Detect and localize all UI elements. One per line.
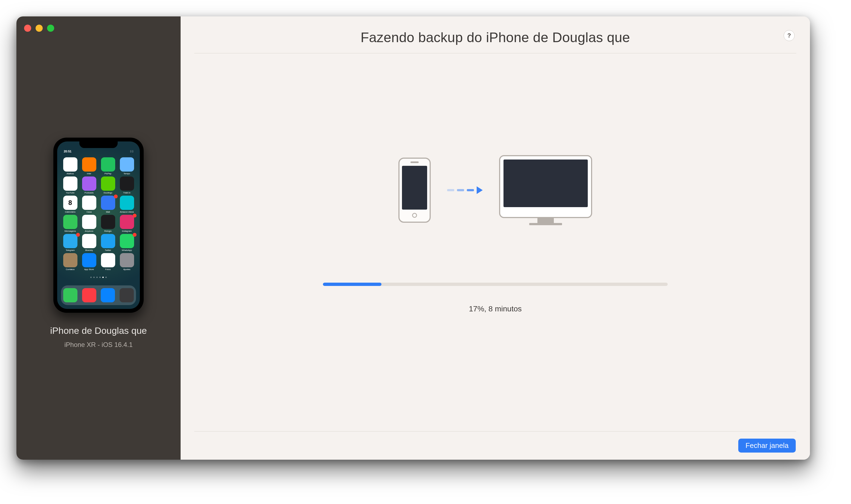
app-icon (101, 253, 115, 267)
app-icon (82, 157, 96, 172)
home-app: Ajustes (118, 253, 135, 271)
app-label: Instagram (122, 230, 132, 232)
dock-app-icon (120, 288, 134, 302)
app-label: Trakt.tv (123, 192, 130, 194)
home-app: Duolingo (99, 177, 116, 194)
home-app: Inter (80, 157, 98, 175)
home-app: Twitter (99, 234, 116, 251)
app-icon (82, 234, 96, 248)
help-button[interactable]: ? (784, 30, 795, 41)
page-dots (61, 277, 136, 278)
app-icon (120, 253, 134, 267)
arrow-icon (447, 186, 483, 194)
progress-bar (323, 283, 668, 286)
notification-badge-icon (76, 233, 80, 237)
home-app: 8Calendário (61, 196, 79, 213)
app-icon (63, 215, 77, 229)
app-label: Casa (87, 211, 92, 213)
dock-app-icon (82, 288, 96, 302)
app-label: Duolingo (104, 192, 112, 194)
home-app: Casa (80, 196, 98, 213)
dock-app-icon (101, 288, 115, 302)
app-label: Relógio (104, 230, 112, 232)
app-icon (101, 234, 115, 248)
app-icon (120, 215, 134, 229)
app-icon (120, 157, 134, 172)
app-label: Tempo (123, 173, 130, 175)
home-app: Bluesky (80, 234, 98, 251)
progress-label: 17%, 8 minutos (469, 305, 522, 313)
app-icon (101, 215, 115, 229)
device-name: iPhone de Douglas que (50, 325, 147, 336)
app-label: Twitter (105, 249, 111, 251)
app-label: Podcasts (85, 192, 94, 194)
home-app: WhatsApp (118, 234, 135, 251)
device-preview: 20:51 􀙇 􀛨 AtalhosInterPicPayTempoYouTube… (16, 26, 181, 460)
app-icon (120, 177, 134, 191)
status-time: 20:51 (64, 150, 71, 153)
home-app: Tempo (118, 157, 135, 175)
home-app: Contatos (61, 253, 79, 271)
status-indicators: 􀙇 􀛨 (130, 150, 133, 153)
home-app: Amazon Alexa (118, 196, 135, 213)
home-app: Atalhos (61, 157, 79, 175)
app-icon: 8 (63, 196, 77, 210)
app-grid: AtalhosInterPicPayTempoYouTubePodcastsDu… (61, 156, 136, 272)
footer: Fechar janela (194, 432, 796, 460)
header: Fazendo backup do iPhone de Douglas que … (194, 16, 796, 53)
notification-badge-icon (133, 214, 137, 217)
app-icon (82, 253, 96, 267)
app-label: App Store (84, 268, 94, 271)
main-panel: Fazendo backup do iPhone de Douglas que … (181, 16, 810, 460)
app-label: Arquivos (85, 230, 93, 232)
app-icon (120, 196, 134, 210)
notification-badge-icon (133, 233, 137, 237)
app-label: Atalhos (67, 173, 74, 175)
home-app: Trakt.tv (118, 177, 135, 194)
app-label: Mail (106, 211, 110, 213)
home-app: Podcasts (80, 177, 98, 194)
phone-screen: 20:51 􀙇 􀛨 AtalhosInterPicPayTempoYouTube… (57, 142, 140, 309)
app-label: Telegram (66, 249, 75, 251)
home-app: Mail (99, 196, 116, 213)
app-icon (82, 215, 96, 229)
home-app: Fotos (99, 253, 116, 271)
home-app: Instagram (118, 215, 135, 232)
app-label: Fotos (105, 268, 111, 271)
dock-app-icon (63, 288, 77, 302)
app-icon (63, 157, 77, 172)
app-label: Contatos (66, 268, 74, 271)
computer-icon (499, 155, 592, 225)
help-icon: ? (787, 32, 791, 39)
content: 17%, 8 minutos (194, 53, 796, 431)
sidebar: 20:51 􀙇 􀛨 AtalhosInterPicPayTempoYouTube… (16, 16, 181, 460)
home-app: YouTube (61, 177, 79, 194)
home-app: App Store (80, 253, 98, 271)
app-label: YouTube (66, 192, 74, 194)
phone-notch (79, 142, 117, 148)
app-window: 20:51 􀙇 􀛨 AtalhosInterPicPayTempoYouTube… (16, 16, 810, 460)
notification-badge-icon (114, 195, 117, 198)
device-model: iPhone XR - iOS 16.4.1 (64, 341, 132, 348)
home-app: Arquivos (80, 215, 98, 232)
app-icon (101, 196, 115, 210)
app-icon (101, 157, 115, 172)
backup-illustration (398, 155, 592, 225)
page-title: Fazendo backup do iPhone de Douglas que (361, 30, 630, 46)
app-icon (82, 196, 96, 210)
app-label: Mensagens (65, 230, 76, 232)
close-window-button[interactable]: Fechar janela (738, 438, 796, 453)
app-icon (101, 177, 115, 191)
app-icon (120, 234, 134, 248)
app-label: WhatsApp (122, 249, 132, 251)
app-label: Ajustes (123, 268, 130, 271)
home-app: Telegram (61, 234, 79, 251)
app-label: Inter (87, 173, 91, 175)
app-label: PicPay (105, 173, 111, 175)
phone-frame: 20:51 􀙇 􀛨 AtalhosInterPicPayTempoYouTube… (53, 138, 144, 313)
phone-dock (61, 285, 136, 305)
phone-icon (398, 158, 431, 223)
app-icon (63, 177, 77, 191)
phone-status-bar: 20:51 􀙇 􀛨 (61, 150, 136, 156)
app-icon (82, 177, 96, 191)
